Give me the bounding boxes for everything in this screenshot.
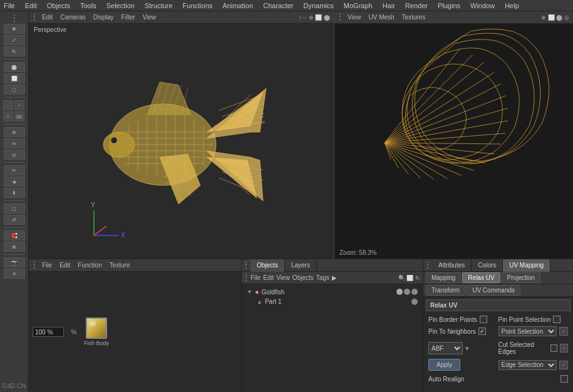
obj-tb-edit[interactable]: Edit — [263, 274, 274, 281]
menu-window[interactable]: Window — [469, 2, 496, 9]
obj-tb-grip[interactable] — [244, 274, 248, 282]
toolbar-grip[interactable] — [13, 14, 16, 23]
pin-point-sel-checkbox[interactable] — [553, 316, 560, 323]
vp-btn-edit[interactable]: Edit — [40, 13, 54, 21]
tool-poly[interactable]: □ — [3, 111, 13, 121]
subtab-relax-uv[interactable]: Relax UV — [462, 272, 500, 283]
tool-poly-sel[interactable]: ⬡ — [4, 85, 25, 95]
tool-bevel[interactable]: ◈ — [4, 177, 25, 187]
obj-tb-view[interactable]: View — [276, 274, 290, 281]
uv-vp-grip[interactable] — [338, 13, 342, 22]
tab-uv-mapping[interactable]: UV Mapping — [503, 259, 550, 272]
tool-magnet[interactable]: ⊛ — [4, 127, 25, 137]
pin-border-label: Pin Border Points — [428, 316, 477, 323]
point-sel-check[interactable]: ✓ — [559, 327, 568, 336]
obj-row-goldfish[interactable]: ▼ ● Goldfish — [244, 287, 420, 297]
point-selection-dropdown[interactable]: Point Selection — [498, 326, 557, 336]
menu-objects[interactable]: Objects — [46, 2, 71, 9]
pin-neighbors-checkbox[interactable] — [478, 328, 486, 335]
mat-btn-file[interactable]: File — [40, 262, 54, 269]
tool-mirror[interactable]: ⇔ — [4, 138, 25, 148]
tool-scale[interactable]: ⤢ — [4, 35, 25, 45]
menu-structure[interactable]: Structure — [143, 2, 174, 9]
vp-btn-cameras[interactable]: Cameras — [58, 13, 88, 21]
menu-hair[interactable]: Hair — [381, 2, 396, 9]
menu-dynamics[interactable]: Dynamics — [302, 2, 335, 9]
zoom-label: Zoom: 58.3% — [339, 249, 376, 256]
material-preview[interactable]: Fish Body — [84, 317, 109, 346]
menu-render[interactable]: Render — [404, 2, 429, 9]
obj-tb-tags[interactable]: Tags — [316, 274, 329, 281]
menu-mograph[interactable]: MoGraph — [343, 2, 374, 9]
menu-help[interactable]: Help — [503, 2, 520, 9]
tool-live-sel[interactable]: ⬤ — [4, 62, 25, 72]
tool-camera[interactable]: 📷 — [4, 257, 25, 267]
mat-btn-function[interactable]: Function — [76, 262, 103, 269]
tool-select-all[interactable]: ◻ — [4, 204, 25, 214]
tool-move[interactable]: ✥ — [4, 24, 25, 34]
uv-btn-textures[interactable]: Textures — [400, 13, 428, 21]
tool-edge[interactable]: / — [14, 100, 24, 110]
obj-tb-objects[interactable]: Objects — [292, 274, 314, 281]
menu-tools[interactable]: Tools — [79, 2, 98, 9]
vp-btn-filter[interactable]: Filter — [120, 13, 137, 21]
mat-btn-edit[interactable]: Edit — [58, 262, 72, 269]
obj-name-goldfish: Goldfish — [262, 289, 285, 296]
edge-selection-dropdown[interactable]: Edge Selection — [498, 360, 557, 370]
mat-btn-texture[interactable]: Texture — [108, 262, 132, 269]
attr-grip[interactable] — [426, 261, 430, 270]
obj-tb-arrow[interactable]: ▶ — [332, 274, 337, 281]
menu-animation[interactable]: Animation — [221, 2, 254, 9]
abf-arrow[interactable]: ▼ — [464, 345, 470, 352]
subtab-mapping[interactable]: Mapping — [426, 272, 461, 283]
apply-button[interactable]: Apply — [428, 359, 460, 371]
obj-expand-goldfish[interactable]: ▼ — [247, 289, 252, 295]
menu-plugins[interactable]: Plugins — [436, 2, 462, 9]
tool-point[interactable]: · — [3, 100, 13, 110]
tool-light[interactable]: ☀ — [4, 269, 25, 279]
uv-btn-view[interactable]: View — [346, 13, 363, 21]
tab-colors[interactable]: Colors — [472, 259, 503, 272]
vp-grip[interactable] — [33, 13, 36, 22]
tool-snap[interactable]: 🧲 — [4, 230, 25, 240]
uv-subtabs-row2: Transform UV Commands — [423, 284, 573, 297]
abf-dropdown[interactable]: ABF — [428, 342, 463, 354]
tool-extrude[interactable]: ⬆ — [4, 188, 25, 198]
percentage-input[interactable] — [33, 327, 64, 337]
menu-selection[interactable]: Selection — [105, 2, 136, 9]
tool-knife[interactable]: ✂ — [4, 165, 25, 175]
tab-attributes[interactable]: Attributes — [432, 259, 472, 272]
tool-uv[interactable]: 3D — [14, 111, 24, 121]
obj-tb-file[interactable]: File — [250, 274, 261, 281]
auto-realign-checkbox[interactable] — [560, 375, 568, 383]
tool-weld[interactable]: ◎ — [4, 150, 25, 160]
uv-canvas[interactable] — [334, 24, 573, 259]
pin-border-checkbox[interactable] — [480, 316, 487, 323]
obj-grip[interactable] — [244, 261, 248, 270]
vp-btn-display[interactable]: Display — [91, 13, 116, 21]
subtab-transform[interactable]: Transform — [426, 285, 465, 296]
bottom-panel: File Edit Function Texture % Fish Body — [29, 259, 573, 392]
vp-btn-view[interactable]: View — [141, 13, 158, 21]
cut-sel-edges-checkbox[interactable] — [550, 344, 557, 352]
obj-row-part1[interactable]: ▲ Part 1 — [244, 297, 420, 306]
subtab-uv-commands[interactable]: UV Commands — [467, 285, 520, 296]
menu-functions[interactable]: Functions — [182, 2, 214, 9]
tool-rect-sel[interactable]: ⬜ — [4, 73, 25, 83]
tool-loop[interactable]: ↺ — [4, 215, 25, 225]
viewport-canvas[interactable]: X Y — [29, 24, 334, 259]
uv-subtabs: Mapping Relax UV Projection — [423, 272, 573, 284]
menu-file[interactable]: File — [3, 2, 16, 9]
tool-axis[interactable]: ⊕ — [4, 242, 25, 252]
tab-layers[interactable]: Layers — [285, 259, 317, 272]
uv-btn-uvmesh[interactable]: UV Mesh — [367, 13, 396, 21]
menu-character[interactable]: Character — [262, 2, 294, 9]
mat-grip[interactable] — [33, 261, 36, 270]
subtab-projection[interactable]: Projection — [502, 272, 540, 283]
menu-edit[interactable]: Edit — [24, 2, 38, 9]
tab-objects[interactable]: Objects — [250, 259, 285, 272]
edge-sel-check[interactable]: ✓ — [559, 361, 568, 369]
tool-rotate[interactable]: ↻ — [4, 46, 25, 56]
cut-edges-check[interactable]: ✓ — [560, 344, 568, 353]
material-highlight — [89, 321, 96, 328]
